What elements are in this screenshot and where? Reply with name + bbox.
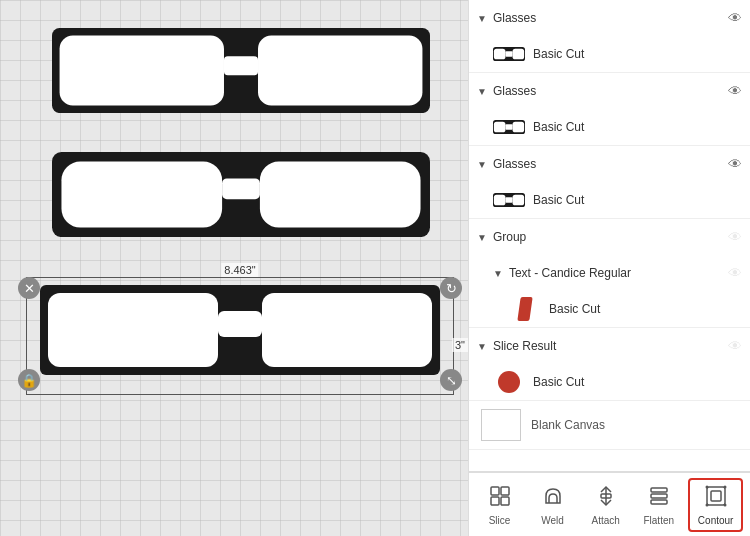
- svg-rect-21: [494, 195, 506, 206]
- attach-button[interactable]: Attach: [582, 480, 630, 530]
- weld-icon-btn: [541, 484, 565, 513]
- layer-group-glasses-1: ▼ Glasses 👁 Basic Cut: [469, 0, 750, 73]
- slice-icon: [493, 372, 525, 392]
- slice-button[interactable]: Slice: [476, 480, 524, 530]
- svg-rect-32: [707, 487, 725, 505]
- svg-rect-31: [651, 500, 667, 504]
- svg-rect-33: [711, 491, 721, 501]
- eye-icon-1[interactable]: 👁: [728, 10, 742, 26]
- chevron-icon-1: ▼: [477, 13, 487, 24]
- layer-subrow-slice[interactable]: Basic Cut: [469, 364, 750, 400]
- svg-rect-9: [48, 293, 218, 367]
- layer-row-glasses-2[interactable]: ▼ Glasses 👁: [469, 73, 750, 109]
- width-label: 8.463": [221, 263, 258, 277]
- layer-group-glasses-3: ▼ Glasses 👁 Basic Cut: [469, 146, 750, 219]
- layer-subrow-text-candice[interactable]: Basic Cut: [469, 291, 750, 327]
- rotate-handle[interactable]: ↻: [440, 277, 462, 299]
- layer-row-group[interactable]: ▼ Group 👁: [469, 219, 750, 255]
- svg-rect-25: [501, 487, 509, 495]
- weld-button[interactable]: Weld: [529, 480, 577, 530]
- layers-list[interactable]: ▼ Glasses 👁 Basic Cut ▼: [469, 0, 750, 472]
- layer-subrow-glasses-2[interactable]: Basic Cut: [469, 109, 750, 145]
- glasses-1: [52, 28, 430, 117]
- blank-canvas-preview: [481, 409, 521, 441]
- eye-icon-text[interactable]: 👁: [728, 265, 742, 281]
- glasses-svg-3: [40, 285, 440, 375]
- layer-name-glasses-1: Glasses: [493, 11, 724, 25]
- eye-icon-2[interactable]: 👁: [728, 83, 742, 99]
- svg-rect-10: [262, 293, 432, 367]
- attach-icon-btn: [594, 484, 618, 513]
- glasses-svg-2: [52, 152, 430, 237]
- close-handle[interactable]: ✕: [18, 277, 40, 299]
- svg-rect-3: [224, 56, 258, 75]
- layer-cut-slice: Basic Cut: [533, 375, 742, 389]
- glasses-icon-2: [493, 117, 525, 137]
- eye-icon-group[interactable]: 👁: [728, 229, 742, 245]
- lock-handle[interactable]: 🔒: [18, 369, 40, 391]
- layer-row-text-candice[interactable]: ▼ Text - Candice Regular 👁: [469, 255, 750, 291]
- attach-label: Attach: [592, 515, 620, 526]
- chevron-icon-text: ▼: [493, 268, 503, 279]
- svg-rect-18: [513, 122, 525, 133]
- flatten-icon-btn: [647, 484, 671, 513]
- svg-rect-27: [501, 497, 509, 505]
- layer-group-group: ▼ Group 👁 ▼ Text - Candice Regular 👁 Bas…: [469, 219, 750, 328]
- glasses-icon-1: [493, 44, 525, 64]
- right-panel: ▼ Glasses 👁 Basic Cut ▼: [468, 0, 750, 536]
- eye-icon-slice[interactable]: 👁: [728, 338, 742, 354]
- glasses-icon-3: [493, 190, 525, 210]
- svg-rect-13: [494, 49, 506, 60]
- layer-cut-glasses-3: Basic Cut: [533, 193, 742, 207]
- contour-label: Contour: [698, 515, 734, 526]
- layer-cut-glasses-2: Basic Cut: [533, 120, 742, 134]
- svg-rect-30: [651, 494, 667, 498]
- svg-rect-29: [651, 488, 667, 492]
- chevron-icon-2: ▼: [477, 86, 487, 97]
- layer-subrow-glasses-1[interactable]: Basic Cut: [469, 36, 750, 72]
- svg-rect-23: [505, 197, 512, 202]
- chevron-icon-3: ▼: [477, 159, 487, 170]
- eye-icon-3[interactable]: 👁: [728, 156, 742, 172]
- glasses-3-wrapper: 8.463" 3" ✕ ↻ 🔒 ⤡: [40, 285, 440, 405]
- layer-cut-text-candice: Basic Cut: [549, 302, 742, 316]
- svg-rect-2: [258, 36, 422, 106]
- svg-rect-24: [491, 487, 499, 495]
- svg-point-34: [705, 485, 708, 488]
- canvas-area[interactable]: 8.463" 3" ✕ ↻ 🔒 ⤡: [0, 0, 468, 536]
- contour-button[interactable]: Contour: [688, 478, 744, 532]
- svg-rect-11: [218, 311, 262, 337]
- svg-rect-17: [494, 122, 506, 133]
- bottom-toolbar: Slice Weld Attach: [469, 472, 750, 536]
- layer-name-group: Group: [493, 230, 724, 244]
- text-icon: [509, 299, 541, 319]
- layer-group-glasses-2: ▼ Glasses 👁 Basic Cut: [469, 73, 750, 146]
- glasses-2: [52, 152, 430, 241]
- svg-point-36: [705, 503, 708, 506]
- svg-rect-7: [222, 178, 260, 199]
- chevron-icon-group: ▼: [477, 232, 487, 243]
- slice-label: Slice: [489, 515, 511, 526]
- layer-cut-glasses-1: Basic Cut: [533, 47, 742, 61]
- svg-rect-22: [513, 195, 525, 206]
- resize-handle[interactable]: ⤡: [440, 369, 462, 391]
- svg-point-35: [723, 485, 726, 488]
- layer-group-slice: ▼ Slice Result 👁 Basic Cut: [469, 328, 750, 401]
- layer-row-glasses-3[interactable]: ▼ Glasses 👁: [469, 146, 750, 182]
- svg-rect-1: [60, 36, 224, 106]
- contour-icon-btn: [704, 484, 728, 513]
- layer-name-glasses-3: Glasses: [493, 157, 724, 171]
- svg-point-37: [723, 503, 726, 506]
- blank-canvas-row[interactable]: Blank Canvas: [469, 401, 750, 450]
- flatten-button[interactable]: Flatten: [635, 480, 683, 530]
- layer-row-glasses-1[interactable]: ▼ Glasses 👁: [469, 0, 750, 36]
- height-label: 3": [452, 338, 468, 352]
- svg-rect-6: [260, 161, 421, 227]
- glasses-svg-1: [52, 28, 430, 113]
- layer-name-text-candice: Text - Candice Regular: [509, 266, 724, 280]
- layer-subrow-glasses-3[interactable]: Basic Cut: [469, 182, 750, 218]
- blank-canvas-label: Blank Canvas: [531, 418, 738, 432]
- layer-row-slice[interactable]: ▼ Slice Result 👁: [469, 328, 750, 364]
- layer-name-slice: Slice Result: [493, 339, 724, 353]
- layer-name-glasses-2: Glasses: [493, 84, 724, 98]
